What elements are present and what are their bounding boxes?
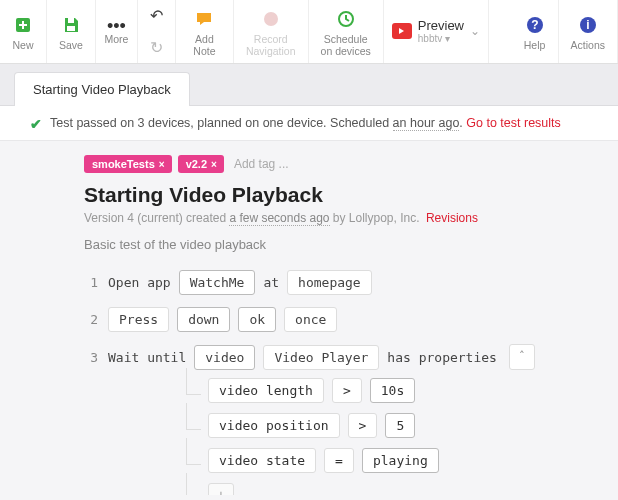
collapse-button[interactable]: ˆ: [509, 344, 535, 370]
undo-button[interactable]: ↶: [138, 0, 175, 32]
step-text: Wait until: [108, 350, 186, 365]
record-nav-label: Record Navigation: [246, 34, 296, 57]
play-icon: [392, 23, 412, 39]
revisions-link[interactable]: Revisions: [426, 211, 478, 225]
record-icon: [260, 8, 282, 30]
more-icon: •••: [107, 19, 126, 33]
chevron-down-icon: ▾: [445, 33, 450, 44]
step-number: 3: [84, 350, 98, 365]
more-label: More: [104, 33, 128, 45]
step-token[interactable]: homepage: [287, 270, 372, 295]
preview-label: Preview: [418, 19, 464, 33]
step-token[interactable]: once: [284, 307, 337, 332]
page-title: Starting Video Playback: [84, 183, 604, 207]
note-icon: [193, 8, 215, 30]
undo-icon: ↶: [150, 6, 163, 25]
step-token[interactable]: WatchMe: [179, 270, 256, 295]
prop-op[interactable]: >: [348, 413, 378, 438]
property-row: video position > 5: [208, 413, 604, 438]
redo-icon: ↻: [150, 38, 163, 57]
add-note-button[interactable]: Add Note: [176, 0, 234, 63]
help-icon: ?: [524, 14, 546, 36]
more-button[interactable]: ••• More: [96, 0, 137, 63]
add-property-button[interactable]: +: [208, 483, 234, 495]
svg-point-3: [264, 12, 278, 26]
prop-value[interactable]: playing: [362, 448, 439, 473]
svg-rect-1: [68, 18, 74, 23]
clock-icon: [335, 8, 357, 30]
prop-value[interactable]: 5: [385, 413, 415, 438]
chevron-up-icon: ˆ: [518, 350, 525, 364]
new-icon: [12, 14, 34, 36]
step-row: 3 Wait until video Video Player has prop…: [84, 344, 604, 370]
help-label: Help: [524, 40, 546, 52]
schedule-button[interactable]: Schedule on devices: [309, 0, 384, 63]
description: Basic test of the video playback: [84, 237, 604, 252]
prop-value[interactable]: 10s: [370, 378, 415, 403]
save-button[interactable]: Save: [47, 0, 96, 63]
svg-text:i: i: [586, 18, 589, 32]
created-when[interactable]: a few seconds ago: [229, 211, 329, 226]
tag[interactable]: smokeTests×: [84, 155, 172, 173]
check-icon: ✔: [30, 116, 42, 132]
tag[interactable]: v2.2×: [178, 155, 224, 173]
svg-text:?: ?: [531, 18, 538, 32]
prop-op[interactable]: =: [324, 448, 354, 473]
preview-button[interactable]: Preview hbbtv ▾ ⌄: [384, 0, 489, 63]
save-icon: [60, 14, 82, 36]
record-nav-button[interactable]: Record Navigation: [234, 0, 309, 63]
status-when[interactable]: an hour ago: [393, 116, 460, 131]
step-number: 1: [84, 275, 98, 290]
svg-rect-2: [67, 26, 75, 31]
add-note-label: Add Note: [193, 34, 215, 57]
schedule-label: Schedule on devices: [321, 34, 371, 57]
save-label: Save: [59, 40, 83, 52]
preview-sub: hbbtv ▾: [418, 33, 464, 44]
tab-active[interactable]: Starting Video Playback: [14, 72, 190, 106]
close-icon[interactable]: ×: [211, 159, 217, 170]
actions-label: Actions: [571, 40, 605, 52]
step-row: 2 Press down ok once: [84, 307, 604, 332]
step-text: has properties: [387, 350, 497, 365]
step-text: at: [263, 275, 279, 290]
page-body: smokeTests× v2.2× Add tag ... Starting V…: [0, 141, 618, 495]
actions-button[interactable]: i Actions: [559, 0, 618, 63]
property-row: video length > 10s: [208, 378, 604, 403]
step-token[interactable]: video: [194, 345, 255, 370]
property-rows: video length > 10s video position > 5 vi…: [208, 378, 604, 495]
status-text: Test passed on 3 devices, planned on one…: [50, 116, 393, 130]
prop-name[interactable]: video length: [208, 378, 324, 403]
info-icon: i: [577, 14, 599, 36]
property-row: video state = playing: [208, 448, 604, 473]
chevron-down-icon: ⌄: [470, 24, 480, 38]
step-row: 1 Open app WatchMe at homepage: [84, 270, 604, 295]
status-bar: ✔ Test passed on 3 devices, planned on o…: [0, 106, 618, 141]
prop-name[interactable]: video position: [208, 413, 340, 438]
step-number: 2: [84, 312, 98, 327]
close-icon[interactable]: ×: [159, 159, 165, 170]
add-tag-button[interactable]: Add tag ...: [234, 157, 289, 171]
step-text: Open app: [108, 275, 171, 290]
new-button[interactable]: New: [0, 0, 47, 63]
help-button[interactable]: ? Help: [512, 0, 559, 63]
prop-name[interactable]: video state: [208, 448, 316, 473]
step-token[interactable]: Press: [108, 307, 169, 332]
add-property-row: +: [208, 483, 604, 495]
step-token[interactable]: down: [177, 307, 230, 332]
meta-line: Version 4 (current) created a few second…: [84, 211, 604, 225]
plus-icon: +: [216, 487, 225, 495]
new-label: New: [12, 40, 33, 52]
test-results-link[interactable]: Go to test results: [466, 116, 560, 130]
redo-button[interactable]: ↻: [138, 32, 175, 64]
tags-row: smokeTests× v2.2× Add tag ...: [84, 155, 604, 173]
prop-op[interactable]: >: [332, 378, 362, 403]
step-token[interactable]: Video Player: [263, 345, 379, 370]
main-toolbar: New Save ••• More ↶ ↻ Add Note Record Na…: [0, 0, 618, 64]
step-token[interactable]: ok: [238, 307, 276, 332]
tab-strip: Starting Video Playback: [0, 64, 618, 106]
